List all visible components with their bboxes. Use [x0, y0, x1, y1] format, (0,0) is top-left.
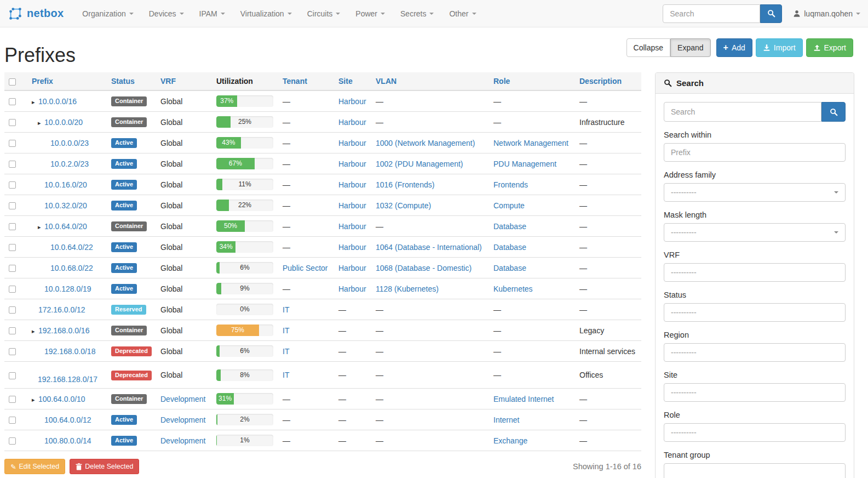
prefix-link[interactable]: 192.168.128.0/17 — [38, 375, 97, 384]
site-link[interactable]: Harbour — [338, 222, 366, 231]
role-link[interactable]: Database — [493, 222, 526, 231]
prefix-link[interactable]: 100.64.0.0/10 — [38, 395, 85, 403]
expand-toggle-icon[interactable]: ▸ — [38, 120, 44, 127]
row-checkbox[interactable] — [9, 327, 16, 334]
vlan-link[interactable]: 1128 (Kubernetes) — [376, 284, 439, 293]
prefix-link[interactable]: 100.64.0.0/12 — [44, 416, 91, 424]
vlan-link[interactable]: 1000 (Network Management) — [376, 139, 475, 147]
row-checkbox[interactable] — [9, 161, 16, 168]
collapse-button[interactable]: Collapse — [626, 38, 670, 57]
nav-item-virtualization[interactable]: Virtualization — [233, 0, 300, 27]
site-input[interactable] — [664, 383, 846, 402]
site-link[interactable]: Harbour — [338, 139, 366, 147]
prefix-link[interactable]: 10.0.16.0/20 — [44, 180, 87, 189]
site-link[interactable]: Harbour — [338, 201, 366, 210]
expand-button[interactable]: Expand — [670, 38, 710, 57]
status-input[interactable] — [664, 303, 846, 322]
site-link[interactable]: Harbour — [338, 243, 366, 252]
nav-item-organization[interactable]: Organization — [74, 0, 141, 27]
prefix-link[interactable]: 172.16.0.0/12 — [38, 305, 85, 314]
row-checkbox[interactable] — [9, 396, 16, 403]
nav-item-secrets[interactable]: Secrets — [393, 0, 441, 27]
filter-search-button[interactable] — [821, 102, 846, 122]
role-link[interactable]: Internet — [493, 416, 519, 424]
role-input[interactable] — [664, 423, 846, 442]
mask-length-select[interactable]: ---------- — [664, 223, 846, 242]
expand-toggle-icon[interactable]: ▸ — [32, 396, 38, 403]
address-family-select[interactable]: ---------- — [664, 183, 846, 202]
row-checkbox[interactable] — [9, 202, 16, 209]
nav-item-circuits[interactable]: Circuits — [300, 0, 348, 27]
tenant-link[interactable]: IT — [283, 305, 289, 314]
expand-toggle-icon[interactable]: ▸ — [32, 328, 38, 335]
column-header-site[interactable]: Site — [334, 72, 371, 90]
column-header-prefix[interactable]: Prefix — [27, 72, 107, 90]
add-button[interactable]: + Add — [716, 38, 752, 57]
site-link[interactable]: Harbour — [338, 284, 366, 293]
row-checkbox[interactable] — [9, 223, 16, 230]
column-header-vlan[interactable]: VLAN — [371, 72, 489, 90]
filter-search-input[interactable] — [664, 102, 821, 122]
expand-toggle-icon[interactable]: ▸ — [38, 224, 44, 231]
site-link[interactable]: Harbour — [338, 264, 366, 272]
column-header-vrf[interactable]: VRF — [156, 72, 212, 90]
expand-toggle-icon[interactable]: ▸ — [32, 99, 38, 106]
tenant-link[interactable]: Public Sector — [283, 264, 327, 272]
vrf-input[interactable] — [664, 263, 846, 282]
prefix-link[interactable]: 10.0.2.0/23 — [50, 160, 89, 168]
site-link[interactable]: Harbour — [338, 118, 366, 127]
delete-selected-button[interactable]: Delete Selected — [70, 459, 139, 474]
navbar-search-button[interactable] — [760, 4, 782, 23]
row-checkbox[interactable] — [9, 372, 16, 379]
role-link[interactable]: Emulated Internet — [493, 395, 554, 403]
prefix-link[interactable]: 192.168.0.0/18 — [44, 347, 95, 356]
tenant-link[interactable]: IT — [283, 347, 289, 356]
import-button[interactable]: Import — [756, 38, 803, 57]
vrf-link[interactable]: Development — [160, 395, 206, 403]
prefix-link[interactable]: 10.0.0.0/20 — [44, 118, 83, 127]
region-input[interactable] — [664, 343, 846, 362]
row-checkbox[interactable] — [9, 265, 16, 272]
row-checkbox[interactable] — [9, 417, 16, 424]
edit-selected-button[interactable]: ✎ Edit Selected — [4, 459, 65, 474]
netbox-logo[interactable]: netbox — [8, 6, 64, 21]
nav-item-other[interactable]: Other — [441, 0, 484, 27]
row-checkbox[interactable] — [9, 437, 16, 445]
vlan-link[interactable]: 1032 (Compute) — [376, 201, 431, 210]
user-menu[interactable]: luqman.qohen — [793, 9, 860, 18]
row-checkbox[interactable] — [9, 286, 16, 293]
nav-item-power[interactable]: Power — [348, 0, 393, 27]
select-all-checkbox[interactable] — [9, 78, 16, 86]
nav-item-devices[interactable]: Devices — [141, 0, 192, 27]
site-link[interactable]: Harbour — [338, 180, 366, 189]
column-header-description[interactable]: Description — [575, 72, 641, 90]
role-link[interactable]: PDU Management — [493, 160, 556, 168]
role-link[interactable]: Database — [493, 243, 526, 252]
row-checkbox[interactable] — [9, 140, 16, 147]
tenant-link[interactable]: IT — [283, 326, 289, 335]
prefix-link[interactable]: 10.0.64.0/20 — [44, 222, 87, 231]
role-link[interactable]: Network Management — [493, 139, 568, 147]
vlan-link[interactable]: 1064 (Database - International) — [376, 243, 482, 252]
prefix-link[interactable]: 10.0.0.0/23 — [50, 139, 89, 147]
column-header-status[interactable]: Status — [107, 72, 156, 90]
role-link[interactable]: Database — [493, 264, 526, 272]
prefix-link[interactable]: 10.0.32.0/20 — [44, 201, 87, 210]
role-link[interactable]: Exchange — [493, 436, 527, 445]
vlan-link[interactable]: 1016 (Frontends) — [376, 180, 434, 189]
row-checkbox[interactable] — [9, 181, 16, 189]
row-checkbox[interactable] — [9, 244, 16, 251]
tenant-group-input[interactable] — [664, 463, 846, 478]
vrf-link[interactable]: Development — [160, 416, 206, 424]
role-link[interactable]: Kubernetes — [493, 284, 533, 293]
navbar-search-input[interactable] — [663, 4, 760, 23]
prefix-link[interactable]: 10.0.128.0/19 — [44, 284, 91, 293]
role-link[interactable]: Compute — [493, 201, 525, 210]
nav-item-ipam[interactable]: IPAM — [192, 0, 233, 27]
prefix-link[interactable]: 10.0.64.0/22 — [50, 243, 93, 252]
tenant-link[interactable]: IT — [283, 371, 289, 379]
role-link[interactable]: Frontends — [493, 180, 528, 189]
search-within-input[interactable] — [664, 143, 846, 162]
row-checkbox[interactable] — [9, 348, 16, 355]
prefix-link[interactable]: 10.0.68.0/22 — [50, 264, 93, 272]
